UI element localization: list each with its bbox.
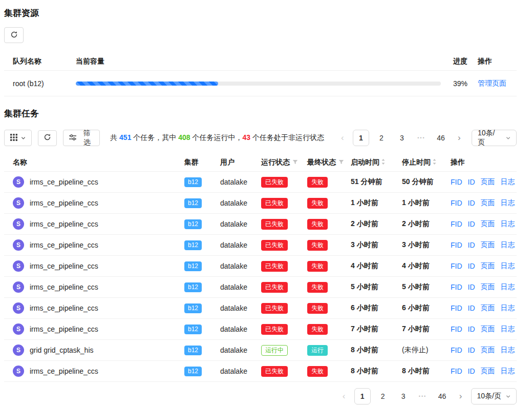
- tasks-table: 名称 集群 用户 运行状态 最终状态 启动时间 停止时间 操作 Sirms_ce…: [4, 153, 517, 382]
- cluster-badge: b12: [184, 240, 202, 250]
- queue-name: root (b12): [4, 79, 76, 88]
- page-link[interactable]: 页面: [481, 177, 495, 187]
- column-header-cluster: 集群: [184, 158, 220, 167]
- resources-table-header: 队列名称 当前容量 进度 操作: [4, 52, 517, 71]
- column-settings-button[interactable]: [4, 130, 32, 146]
- fid-link[interactable]: FID: [451, 262, 462, 270]
- log-link[interactable]: 日志: [501, 303, 515, 313]
- page-link[interactable]: 页面: [481, 219, 495, 229]
- id-link[interactable]: ID: [468, 241, 475, 249]
- next-page-button[interactable]: ›: [453, 130, 465, 146]
- fid-link[interactable]: FID: [451, 367, 462, 375]
- page-link[interactable]: 页面: [481, 240, 495, 250]
- page-link[interactable]: 页面: [481, 325, 495, 334]
- fid-link[interactable]: FID: [451, 346, 462, 354]
- prev-page-button[interactable]: ‹: [338, 388, 350, 404]
- id-link[interactable]: ID: [468, 220, 475, 228]
- id-link[interactable]: ID: [468, 346, 475, 354]
- page-size-select[interactable]: 10条/页: [472, 130, 517, 146]
- log-link[interactable]: 日志: [501, 198, 515, 208]
- final-status-badge: 运行: [307, 345, 328, 356]
- stop-time: 1 小时前: [402, 198, 451, 208]
- task-user: datalake: [220, 325, 261, 333]
- spark-avatar: S: [13, 345, 24, 356]
- filter-button[interactable]: 筛选: [63, 130, 100, 146]
- page-button-2[interactable]: 2: [375, 388, 391, 404]
- page-button-3[interactable]: 3: [395, 388, 412, 404]
- id-link[interactable]: ID: [468, 367, 475, 375]
- column-header-queue: 队列名称: [4, 57, 76, 66]
- page: 集群资源 队列名称 当前容量 进度 操作 root (b12) 39% 管理页面…: [0, 0, 532, 405]
- page-link[interactable]: 页面: [481, 282, 495, 292]
- fid-link[interactable]: FID: [451, 283, 462, 291]
- id-link[interactable]: ID: [468, 178, 475, 186]
- page-button-1[interactable]: 1: [354, 388, 371, 404]
- filter-funnel-icon[interactable]: [292, 158, 298, 167]
- id-link[interactable]: ID: [468, 325, 475, 333]
- page-jump-ellipsis[interactable]: •••: [414, 130, 429, 146]
- column-header-capacity: 当前容量: [76, 57, 453, 66]
- fid-link[interactable]: FID: [451, 304, 462, 312]
- fid-link[interactable]: FID: [451, 199, 462, 207]
- task-name: irms_ce_pipeline_ccs: [30, 367, 98, 375]
- fid-link[interactable]: FID: [451, 241, 462, 249]
- column-header-run-status[interactable]: 运行状态: [261, 158, 307, 167]
- start-time: 3 小时前: [351, 240, 402, 250]
- page-link[interactable]: 页面: [481, 261, 495, 271]
- start-time: 8 小时前: [351, 346, 402, 355]
- task-row: Sgrid grid_cptask_his b12 datalake 运行中 运…: [4, 340, 517, 361]
- log-link[interactable]: 日志: [501, 261, 515, 271]
- id-link[interactable]: ID: [468, 199, 475, 207]
- log-link[interactable]: 日志: [501, 177, 515, 187]
- spark-avatar: S: [13, 176, 24, 188]
- log-link[interactable]: 日志: [501, 240, 515, 250]
- cluster-badge: b12: [184, 282, 202, 292]
- log-link[interactable]: 日志: [501, 346, 515, 355]
- page-jump-ellipsis[interactable]: •••: [416, 388, 430, 404]
- run-status-badge: 已失败: [261, 198, 288, 209]
- stop-time: 6 小时前: [402, 303, 451, 313]
- filter-button-label: 筛选: [80, 129, 94, 147]
- refresh-tasks-button[interactable]: [38, 130, 57, 146]
- prev-page-button[interactable]: ‹: [336, 130, 349, 146]
- page-link[interactable]: 页面: [481, 303, 495, 313]
- page-size-select[interactable]: 10条/页: [471, 388, 517, 404]
- log-link[interactable]: 日志: [501, 325, 515, 334]
- task-user: datalake: [220, 283, 261, 291]
- page-link[interactable]: 页面: [481, 346, 495, 355]
- sorter-icon[interactable]: [432, 158, 437, 167]
- page-link[interactable]: 页面: [481, 198, 495, 208]
- id-link[interactable]: ID: [468, 283, 475, 291]
- id-link[interactable]: ID: [468, 304, 475, 312]
- log-link[interactable]: 日志: [501, 219, 515, 229]
- final-status-badge: 失败: [307, 240, 328, 251]
- fid-link[interactable]: FID: [451, 220, 462, 228]
- log-link[interactable]: 日志: [501, 367, 515, 376]
- progress-value: 39%: [453, 79, 478, 88]
- fid-link[interactable]: FID: [451, 178, 462, 186]
- manage-page-link[interactable]: 管理页面: [478, 79, 506, 87]
- cluster-badge: b12: [184, 219, 202, 229]
- page-button-3[interactable]: 3: [394, 130, 410, 146]
- column-header-final-status[interactable]: 最终状态: [307, 158, 351, 167]
- column-header-stop-time[interactable]: 停止时间: [402, 158, 451, 167]
- page-button-2[interactable]: 2: [373, 130, 390, 146]
- column-header-start-time[interactable]: 启动时间: [351, 158, 402, 167]
- spark-avatar: S: [13, 366, 24, 377]
- final-status-badge: 失败: [307, 303, 328, 314]
- sorter-icon[interactable]: [381, 158, 386, 167]
- filter-funnel-icon[interactable]: [338, 158, 344, 167]
- page-button-46[interactable]: 46: [434, 388, 451, 404]
- page-button-1[interactable]: 1: [353, 130, 369, 146]
- refresh-resources-button[interactable]: [4, 27, 24, 43]
- fid-link[interactable]: FID: [451, 325, 462, 333]
- page-button-46[interactable]: 46: [433, 130, 449, 146]
- start-time: 8 小时前: [351, 367, 402, 376]
- capacity-progress-fill: [76, 82, 218, 86]
- log-link[interactable]: 日志: [501, 282, 515, 292]
- id-link[interactable]: ID: [468, 262, 475, 270]
- page-link[interactable]: 页面: [481, 367, 495, 376]
- task-row: Sirms_ce_pipeline_ccs b12 datalake 已失败 失…: [4, 319, 517, 340]
- next-page-button[interactable]: ›: [455, 388, 467, 404]
- page-size-value: 10条/页: [478, 129, 501, 147]
